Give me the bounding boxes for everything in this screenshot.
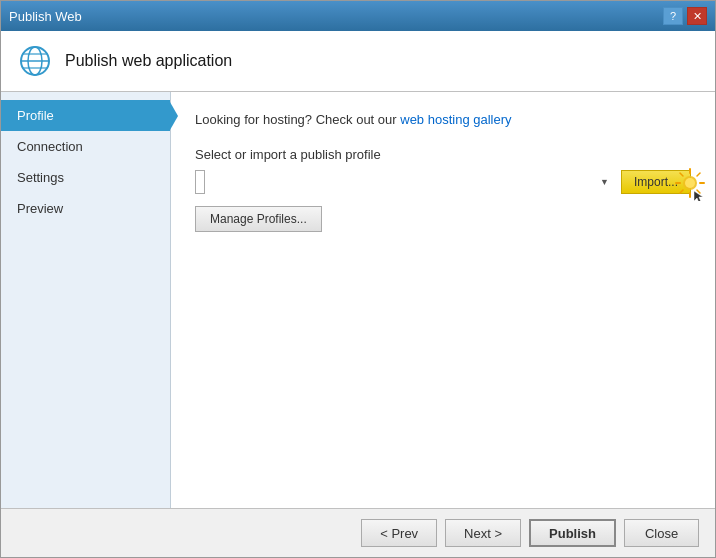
globe-icon xyxy=(17,43,53,79)
title-bar: Publish Web ? ✕ xyxy=(1,1,715,31)
sidebar: Profile Connection Settings Preview xyxy=(1,92,171,508)
sidebar-item-preview[interactable]: Preview xyxy=(1,193,170,224)
title-bar-controls: ? ✕ xyxy=(663,7,707,25)
next-button[interactable]: Next > xyxy=(445,519,521,547)
header-title: Publish web application xyxy=(65,52,232,70)
close-button[interactable]: Close xyxy=(624,519,699,547)
prev-button[interactable]: < Prev xyxy=(361,519,437,547)
svg-line-12 xyxy=(697,173,700,176)
window-title: Publish Web xyxy=(9,9,82,24)
footer: < Prev Next > Publish Close xyxy=(1,508,715,557)
web-hosting-gallery-link[interactable]: web hosting gallery xyxy=(400,112,511,127)
profile-dropdown-wrapper xyxy=(195,170,613,194)
svg-point-6 xyxy=(685,178,695,188)
click-sunburst-icon xyxy=(672,165,708,201)
profile-select-row: Import... xyxy=(195,170,691,194)
svg-line-13 xyxy=(680,190,683,193)
main-content: Looking for hosting? Check out our web h… xyxy=(171,92,715,508)
content-area: Profile Connection Settings Preview Look… xyxy=(1,92,715,508)
sidebar-item-profile[interactable]: Profile xyxy=(1,100,170,131)
manage-profiles-button[interactable]: Manage Profiles... xyxy=(195,206,322,232)
publish-web-dialog: Publish Web ? ✕ Publish web application … xyxy=(0,0,716,558)
help-button[interactable]: ? xyxy=(663,7,683,25)
import-button[interactable]: Import... xyxy=(621,170,691,194)
profile-dropdown[interactable] xyxy=(195,170,205,194)
svg-line-14 xyxy=(697,190,700,193)
sidebar-item-settings[interactable]: Settings xyxy=(1,162,170,193)
hosting-link-text: Looking for hosting? Check out our web h… xyxy=(195,112,691,127)
header-section: Publish web application xyxy=(1,31,715,92)
publish-button[interactable]: Publish xyxy=(529,519,616,547)
close-window-button[interactable]: ✕ xyxy=(687,7,707,25)
svg-line-11 xyxy=(680,173,683,176)
select-label: Select or import a publish profile xyxy=(195,147,691,162)
sidebar-item-connection[interactable]: Connection xyxy=(1,131,170,162)
